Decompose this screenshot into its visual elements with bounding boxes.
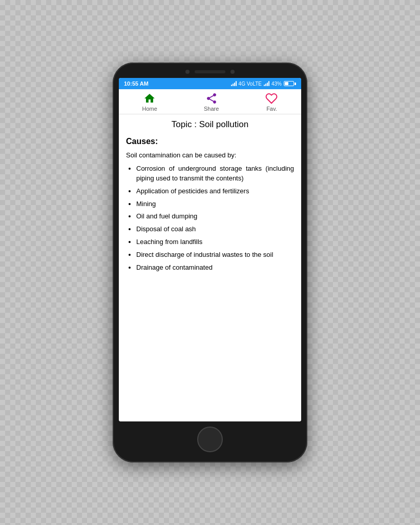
share-icon <box>205 92 218 105</box>
phone-screen: 10:55 AM 4G VoLTE 43% <box>119 78 301 421</box>
favorite-icon <box>265 92 278 105</box>
list-item: Direct discharge of industrial wastes to… <box>136 250 294 260</box>
home-button[interactable] <box>197 427 223 452</box>
phone-bottom <box>119 421 301 455</box>
nav-bar: Home Share Fav. <box>119 89 301 114</box>
status-bar: 10:55 AM 4G VoLTE 43% <box>119 78 301 89</box>
phone-top-bar <box>119 70 301 74</box>
nav-home[interactable]: Home <box>142 92 157 112</box>
status-right: 4G VoLTE 43% <box>231 81 296 87</box>
battery-icon <box>284 81 296 86</box>
network-label: 4G VoLTE <box>239 81 262 87</box>
camera <box>185 70 190 74</box>
intro-text: Soil contamination can be caused by: <box>126 151 294 159</box>
causes-heading: Causes: <box>126 137 294 146</box>
list-item: Drainage of contaminated <box>136 263 294 273</box>
camera-sensor <box>230 70 235 74</box>
list-item: Application of pesticides and fertilizer… <box>136 187 294 196</box>
list-item: Mining <box>136 199 294 209</box>
nav-share[interactable]: Share <box>204 92 219 112</box>
home-label: Home <box>142 106 157 112</box>
topic-title: Topic : Soil pollution <box>126 119 294 130</box>
content-area: Topic : Soil pollution Causes: Soil cont… <box>119 114 301 421</box>
signal-icon-2 <box>264 81 269 86</box>
speaker <box>195 70 225 73</box>
fav-label: Fav. <box>266 106 277 112</box>
status-time: 10:55 AM <box>124 80 149 87</box>
list-item: Leaching from landfills <box>136 237 294 247</box>
nav-fav[interactable]: Fav. <box>265 92 278 112</box>
battery-percent: 43% <box>271 81 282 87</box>
phone-frame: 10:55 AM 4G VoLTE 43% <box>113 63 307 462</box>
share-label: Share <box>204 106 219 112</box>
causes-list: Corrosion of underground storage tanks (… <box>126 164 294 273</box>
signal-icon <box>231 81 237 86</box>
home-icon <box>143 92 156 105</box>
list-item: Oil and fuel dumping <box>136 212 294 221</box>
list-item: Corrosion of underground storage tanks (… <box>136 164 294 184</box>
list-item: Disposal of coal ash <box>136 225 294 234</box>
